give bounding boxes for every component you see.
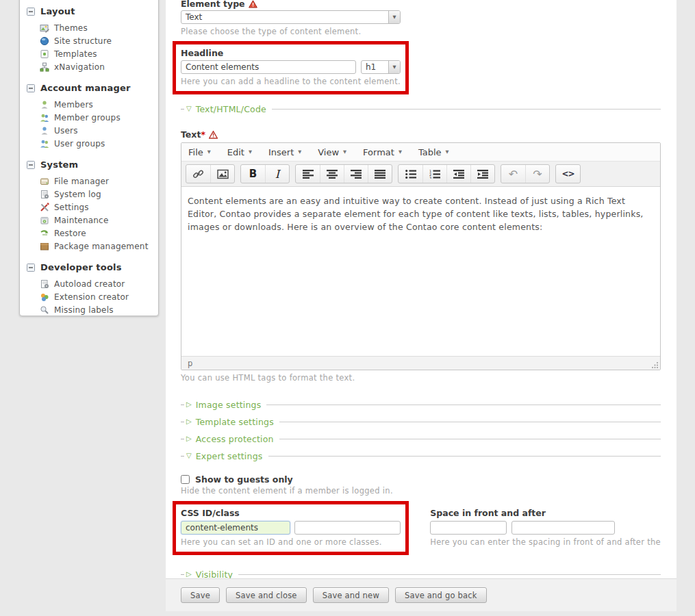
sidebar-item-member-groups[interactable]: Member groups [40, 111, 158, 124]
save-and-go-back-button[interactable]: Save and go back [395, 587, 487, 603]
italic-icon[interactable]: I [265, 165, 289, 183]
sidebar-item-label: System log [54, 190, 101, 199]
element-type-select[interactable]: Text ▼ [181, 10, 401, 24]
sidebar-section-system[interactable]: System [27, 159, 158, 170]
editor-content[interactable]: Content elements are an easy and intuiti… [181, 187, 660, 356]
sidebar-item-members[interactable]: Members [40, 98, 158, 111]
indent-icon[interactable] [470, 165, 494, 183]
xnavigation-icon [40, 62, 49, 72]
headline-level-select[interactable]: h1 ▼ [361, 60, 401, 74]
legend-tick [181, 456, 184, 457]
image-icon[interactable] [210, 165, 234, 183]
guests-only-checkbox[interactable] [181, 475, 190, 484]
section-legend[interactable]: Template settings [196, 417, 274, 427]
section-legend[interactable]: Access protection [196, 434, 274, 444]
outdent-icon[interactable] [446, 165, 470, 183]
section-legend[interactable]: Expert settings [196, 451, 263, 461]
section-expert-settings: ▽ Expert settings [181, 450, 661, 461]
triangle-collapsed-icon[interactable]: ▷ [186, 418, 192, 425]
sidebar-section-label: Developer tools [40, 262, 122, 272]
align-left-icon[interactable] [296, 165, 320, 183]
maintenance-icon [40, 216, 49, 225]
chevron-down-icon: ▼ [446, 149, 449, 155]
undo-icon[interactable]: ↶ [501, 165, 525, 183]
editor-statusbar: p [181, 356, 660, 370]
required-asterisk: * [201, 129, 205, 140]
sidebar-item-xnavigation[interactable]: xNavigation [40, 60, 158, 73]
legend-tick [181, 405, 184, 405]
align-justify-icon[interactable] [368, 165, 392, 183]
menu-file[interactable]: File▼ [188, 147, 211, 157]
collapse-minus-icon[interactable] [27, 264, 35, 272]
save-and-close-button[interactable]: Save and close [226, 587, 307, 603]
section-legend[interactable]: Text/HTML/Code [196, 104, 266, 114]
menu-table[interactable]: Table▼ [418, 147, 449, 157]
section-access-protection: ▷ Access protection [181, 433, 661, 444]
sidebar-item-package-management[interactable]: Package management [40, 240, 158, 253]
menu-insert[interactable]: Insert▼ [268, 147, 301, 157]
sidebar-item-maintenance[interactable]: Maintenance [40, 214, 158, 227]
triangle-expanded-icon[interactable]: ▽ [186, 452, 192, 459]
save-and-new-button[interactable]: Save and new [313, 587, 389, 603]
menu-edit[interactable]: Edit▼ [227, 147, 252, 157]
align-center-icon[interactable] [320, 165, 344, 183]
headline-help: Here you can add a headline to the conte… [181, 77, 401, 86]
sidebar-item-user-groups[interactable]: User groups [40, 137, 158, 150]
collapse-minus-icon[interactable] [27, 84, 35, 92]
sidebar-item-extension-creator[interactable]: Extension creator [40, 290, 158, 303]
sidebar-section-developer-tools[interactable]: Developer tools [27, 262, 158, 272]
bullet-list-icon[interactable] [399, 165, 422, 183]
collapse-minus-icon[interactable] [27, 161, 35, 169]
element-type-value: Text [181, 12, 388, 22]
themes-icon [40, 23, 49, 33]
css-id-input[interactable] [181, 521, 290, 535]
sidebar-item-label: Member groups [54, 113, 121, 123]
css-class-input[interactable] [294, 521, 401, 535]
sidebar-item-site-structure[interactable]: Site structure [40, 34, 158, 47]
bold-icon[interactable]: B [241, 165, 265, 183]
triangle-collapsed-icon[interactable]: ▷ [186, 571, 192, 578]
sidebar-item-missing-labels[interactable]: Missing labels [40, 303, 158, 316]
sidebar-item-autoload-creator[interactable]: Autoload creator [40, 277, 158, 290]
collapse-minus-icon[interactable] [27, 8, 35, 16]
source-code-icon[interactable]: <> [556, 165, 580, 183]
headline-input[interactable] [181, 60, 356, 74]
sidebar-section-account-manager[interactable]: Account manager [27, 83, 158, 93]
triangle-collapsed-icon[interactable]: ▷ [186, 435, 192, 442]
sidebar-item-templates[interactable]: Templates [40, 47, 158, 60]
chevron-down-icon[interactable]: ▼ [388, 11, 400, 23]
element-path[interactable]: p [188, 359, 192, 368]
sidebar-item-file-manager[interactable]: File manager [40, 175, 158, 188]
align-right-icon[interactable] [344, 165, 368, 183]
legend-rule [279, 439, 661, 439]
space-after-input[interactable] [511, 521, 615, 535]
triangle-expanded-icon[interactable]: ▽ [186, 105, 192, 112]
sidebar-item-themes[interactable]: Themes [40, 21, 158, 34]
section-legend[interactable]: Image settings [196, 400, 262, 410]
text-label-text: Text* [181, 129, 205, 140]
sidebar-item-label: User groups [54, 139, 105, 149]
sidebar-item-system-log[interactable]: System log [40, 188, 158, 201]
sidebar-item-restore[interactable]: Restore [40, 227, 158, 240]
redo-icon[interactable]: ↷ [525, 165, 549, 183]
resize-grip-icon[interactable] [652, 361, 659, 368]
menu-view[interactable]: View▼ [318, 147, 346, 157]
sidebar-item-users[interactable]: Users [40, 124, 158, 137]
triangle-collapsed-icon[interactable]: ▷ [186, 401, 192, 408]
text-field-label: Text* [181, 129, 661, 140]
numbered-list-icon[interactable]: 123 [422, 165, 446, 183]
sidebar-item-settings[interactable]: Settings [40, 201, 158, 214]
chevron-down-icon[interactable]: ▼ [388, 61, 400, 73]
menu-format[interactable]: Format▼ [363, 147, 402, 157]
sidebar-item-label: Maintenance [54, 216, 108, 225]
rich-text-editor: File▼ Edit▼ Insert▼ View▼ Format▼ Table▼… [181, 142, 661, 370]
space-front-input[interactable] [430, 521, 507, 535]
save-button[interactable]: Save [181, 587, 220, 603]
sidebar-item-label: Site structure [54, 36, 112, 46]
guests-only-row: Show to guests only [181, 474, 661, 485]
link-icon[interactable] [186, 165, 210, 183]
section-text-html-code: ▽ Text/HTML/Code [181, 103, 661, 114]
sidebar-item-label: Themes [54, 23, 88, 33]
sidebar-section-layout[interactable]: Layout [27, 6, 158, 16]
legend-tick [181, 109, 184, 110]
